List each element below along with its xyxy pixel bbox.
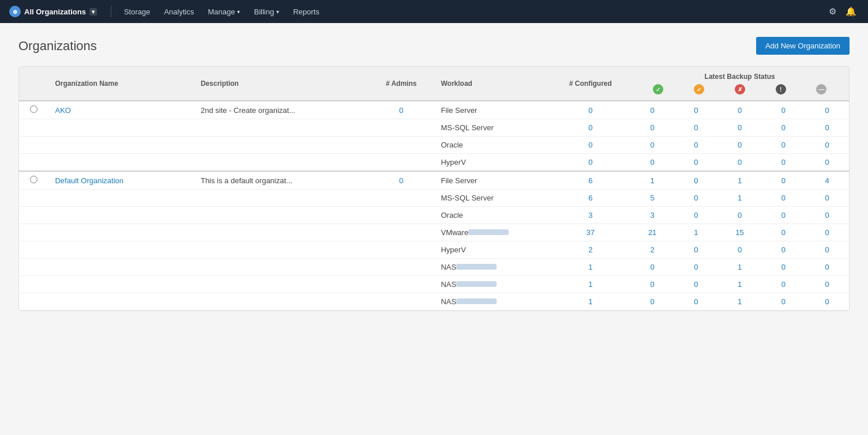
status-value[interactable]: 0 — [781, 280, 786, 289]
status-value[interactable]: 2 — [651, 245, 655, 254]
workload-cell: File Server — [434, 101, 550, 119]
status-value[interactable]: 0 — [825, 106, 829, 115]
status-value[interactable]: 0 — [694, 158, 698, 167]
workload-cell: NAS — [434, 276, 550, 293]
select-radio-cell — [19, 276, 48, 293]
status-value[interactable]: 0 — [825, 141, 829, 149]
status-value[interactable]: 0 — [651, 297, 655, 306]
org-radio[interactable] — [30, 105, 37, 113]
org-name-link[interactable]: AKO — [55, 106, 70, 115]
status-value[interactable]: 1 — [651, 176, 655, 185]
configured-link[interactable]: 1 — [588, 263, 592, 271]
status-value[interactable]: 0 — [694, 297, 698, 306]
org-admins-link[interactable]: 0 — [399, 106, 403, 115]
status-value[interactable]: 0 — [694, 141, 698, 149]
status-value[interactable]: 0 — [694, 123, 698, 132]
status-value[interactable]: 0 — [738, 106, 742, 115]
status-value[interactable]: 0 — [694, 106, 698, 115]
status-value[interactable]: 15 — [735, 228, 743, 237]
status-value[interactable]: 5 — [651, 194, 655, 202]
status-value[interactable]: 0 — [781, 263, 786, 271]
status-value[interactable]: 1 — [694, 228, 698, 237]
nav-manage[interactable]: Manage — [202, 5, 246, 18]
status-value[interactable]: 0 — [694, 211, 698, 220]
select-radio-cell — [19, 241, 48, 259]
status-cell-0: 0 — [630, 101, 674, 119]
status-cell-2: 1 — [718, 171, 762, 190]
status-value[interactable]: 1 — [738, 280, 742, 289]
status-value[interactable]: 0 — [781, 106, 786, 115]
org-name-link[interactable]: Default Organization — [55, 176, 123, 185]
status-value[interactable]: 0 — [738, 158, 742, 167]
status-value[interactable]: 0 — [781, 176, 786, 185]
status-value[interactable]: 0 — [781, 141, 786, 149]
settings-icon[interactable]: ⚙ — [826, 4, 839, 19]
org-switcher[interactable]: ▾ — [89, 8, 97, 16]
workload-cell: MS-SQL Server — [434, 119, 550, 137]
status-value[interactable]: 1 — [738, 176, 742, 185]
status-value[interactable]: 0 — [825, 211, 829, 220]
brand[interactable]: ⊕ All Organizations ▾ — [9, 6, 97, 17]
status-value[interactable]: 0 — [781, 194, 786, 202]
status-value[interactable]: 0 — [825, 158, 829, 167]
status-value[interactable]: 0 — [694, 280, 698, 289]
status-value[interactable]: 0 — [651, 158, 655, 167]
notifications-icon[interactable]: 🔔 — [843, 4, 859, 19]
nav-analytics[interactable]: Analytics — [158, 5, 200, 18]
status-value[interactable]: 0 — [651, 263, 655, 271]
status-value[interactable]: 0 — [825, 245, 829, 254]
configured-link[interactable]: 0 — [588, 106, 592, 115]
status-value[interactable]: 0 — [738, 141, 742, 149]
configured-link[interactable]: 0 — [588, 123, 592, 132]
status-value[interactable]: 0 — [651, 280, 655, 289]
status-value[interactable]: 0 — [651, 106, 655, 115]
status-value[interactable]: 0 — [825, 263, 829, 271]
status-value[interactable]: 0 — [738, 211, 742, 220]
status-value[interactable]: 0 — [825, 280, 829, 289]
org-radio[interactable] — [30, 176, 37, 183]
status-value[interactable]: 0 — [825, 228, 829, 237]
status-value[interactable]: 4 — [825, 176, 829, 185]
status-value[interactable]: 1 — [738, 297, 742, 306]
nav-billing[interactable]: Billing — [248, 5, 285, 18]
status-value[interactable]: 3 — [651, 211, 655, 220]
status-value[interactable]: 0 — [781, 297, 786, 306]
configured-link[interactable]: 2 — [588, 245, 592, 254]
workload-cell: HyperV — [434, 154, 550, 172]
org-admins-link[interactable]: 0 — [399, 176, 403, 185]
table-row: MS-SQL Server650100 — [19, 190, 849, 207]
status-value[interactable]: 0 — [781, 228, 786, 237]
status-value[interactable]: 0 — [651, 123, 655, 132]
status-value[interactable]: 0 — [694, 176, 698, 185]
configured-link[interactable]: 37 — [587, 228, 595, 237]
status-value[interactable]: 0 — [781, 245, 786, 254]
configured-link[interactable]: 1 — [588, 297, 592, 306]
status-cell-1: 0 — [674, 241, 718, 259]
configured-link[interactable]: 6 — [588, 194, 592, 202]
status-value[interactable]: 1 — [738, 263, 742, 271]
status-value[interactable]: 0 — [825, 297, 829, 306]
status-value[interactable]: 0 — [825, 194, 829, 202]
configured-link[interactable]: 0 — [588, 158, 592, 167]
status-value[interactable]: 0 — [781, 211, 786, 220]
configured-link[interactable]: 6 — [588, 176, 592, 185]
status-value[interactable]: 1 — [738, 194, 742, 202]
status-value[interactable]: 21 — [648, 228, 656, 237]
status-value[interactable]: 0 — [738, 245, 742, 254]
configured-link[interactable]: 0 — [588, 141, 592, 149]
configured-link[interactable]: 3 — [588, 211, 592, 220]
nav-reports[interactable]: Reports — [287, 5, 325, 18]
table-row: Oracle330000 — [19, 207, 849, 224]
status-value[interactable]: 0 — [694, 194, 698, 202]
status-value[interactable]: 0 — [651, 141, 655, 149]
add-org-button[interactable]: Add New Organization — [756, 37, 850, 55]
status-value[interactable]: 0 — [694, 245, 698, 254]
status-value[interactable]: 0 — [738, 123, 742, 132]
status-cell-0: 5 — [630, 190, 674, 207]
status-value[interactable]: 0 — [781, 123, 786, 132]
status-value[interactable]: 0 — [694, 263, 698, 271]
status-value[interactable]: 0 — [781, 158, 786, 167]
nav-storage[interactable]: Storage — [118, 5, 156, 18]
status-value[interactable]: 0 — [825, 123, 829, 132]
configured-link[interactable]: 1 — [588, 280, 592, 289]
